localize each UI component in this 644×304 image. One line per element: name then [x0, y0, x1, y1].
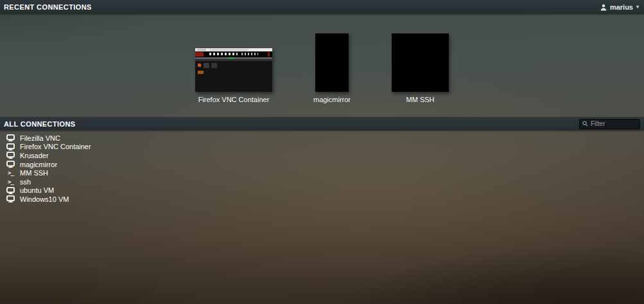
filter-box[interactable]: [579, 119, 640, 129]
recent-connection-mm-ssh[interactable]: MM SSH: [392, 33, 449, 103]
thumb-gray-tile-2: [211, 63, 217, 68]
monitor-icon: [6, 152, 15, 159]
user-icon: [600, 4, 607, 11]
chevron-down-icon: ▾: [636, 4, 639, 10]
filter-input[interactable]: [591, 120, 636, 127]
monitor-icon: [6, 134, 15, 141]
connection-item-label: ssh: [20, 178, 31, 186]
thumb-gray-tile-1: [204, 63, 209, 68]
recent-connections-header-bar: RECENT CONNECTIONS marius ▾: [0, 0, 644, 14]
connection-item-label: Windows10 VM: [20, 195, 69, 203]
connection-item-firefox-vnc-container[interactable]: Firefox VNC Container: [6, 143, 99, 152]
connection-item-label: Krusader: [20, 152, 49, 159]
connection-item-ubuntu-vm[interactable]: ubuntu VM: [6, 186, 99, 195]
connection-item-label: MM SSH: [20, 169, 48, 177]
connection-item-windows10-vm[interactable]: Windows10 VM: [6, 195, 99, 204]
connection-list: Filezilla VNC Firefox VNC Container: [6, 134, 99, 204]
thumb-orange-tile: [198, 71, 204, 74]
connection-item-filezilla-vnc[interactable]: Filezilla VNC: [6, 134, 99, 143]
thumb-red-accent: [268, 52, 270, 57]
recent-connection-magicmirror[interactable]: magicmirror: [313, 33, 351, 103]
thumb-red-logo: [195, 52, 204, 57]
terminal-icon: >_: [8, 170, 13, 176]
thumb-orange-icon: [198, 64, 201, 67]
monitor-icon: [6, 161, 15, 168]
recent-connection-label: MM SSH: [406, 96, 435, 103]
connection-item-krusader[interactable]: Krusader: [6, 151, 99, 160]
recent-connection-label: magicmirror: [313, 96, 351, 103]
thumb-headline-text-2: [241, 53, 258, 55]
all-connections-header-bar: ALL CONNECTIONS: [0, 117, 644, 130]
thumb-headline-text: [209, 53, 238, 55]
thumb-page-header-band: [195, 51, 272, 57]
monitor-icon: [6, 187, 15, 194]
connection-item-magicmirror[interactable]: magicmirror: [6, 160, 99, 169]
connection-item-label: ubuntu VM: [20, 186, 54, 194]
user-name: marius: [610, 3, 633, 11]
thumb-sub-strip: [195, 59, 272, 61]
recent-connection-label: Firefox VNC Container: [198, 96, 270, 103]
recent-connections-strip: Firefox VNC Container magicmirror MM SSH: [0, 14, 644, 117]
thumb-browser-urlbar: [209, 49, 248, 51]
user-menu[interactable]: marius ▾: [599, 3, 640, 11]
terminal-icon: >_: [8, 179, 13, 185]
all-connections-title: ALL CONNECTIONS: [4, 120, 76, 128]
connection-item-label: Firefox VNC Container: [20, 143, 91, 150]
connection-item-label: magicmirror: [20, 161, 57, 168]
recent-connections-title: RECENT CONNECTIONS: [4, 3, 92, 11]
search-icon: [582, 121, 588, 127]
magicmirror-thumbnail[interactable]: [315, 33, 349, 92]
connection-item-mm-ssh[interactable]: >_ MM SSH: [6, 168, 99, 177]
firefox-vnc-thumbnail[interactable]: [195, 48, 272, 92]
monitor-icon: [6, 195, 15, 202]
connection-item-label: Filezilla VNC: [20, 134, 60, 142]
monitor-icon: [6, 143, 15, 150]
mm-ssh-thumbnail[interactable]: [392, 33, 449, 92]
thumb-browser-tab: [197, 49, 206, 51]
recent-connection-firefox-vnc-container[interactable]: Firefox VNC Container: [195, 48, 272, 103]
connection-item-ssh[interactable]: >_ ssh: [6, 177, 99, 186]
